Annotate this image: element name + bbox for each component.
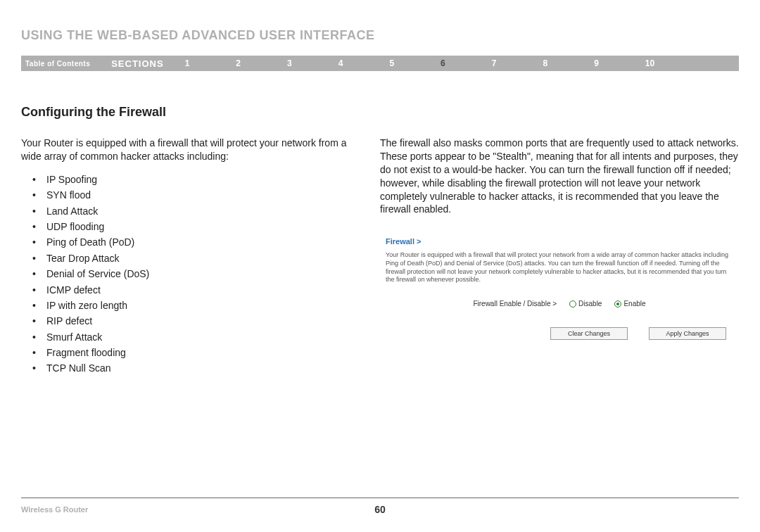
panel-buttons: Clear Changes Apply Changes — [386, 327, 733, 340]
list-item: Land Attack — [32, 203, 352, 219]
right-paragraph: The firewall also masks common ports tha… — [380, 137, 739, 216]
toggle-label: Firewall Enable / Disable > — [473, 300, 557, 308]
radio-icon — [614, 300, 621, 308]
nav-num-4[interactable]: 4 — [338, 58, 343, 68]
firewall-toggle-row: Firewall Enable / Disable > Disable Enab… — [386, 300, 733, 308]
nav-toc[interactable]: Table of Contents — [25, 60, 90, 68]
list-item: SYN flood — [32, 187, 352, 203]
list-item: Denial of Service (DoS) — [32, 266, 352, 281]
nav-num-5[interactable]: 5 — [389, 58, 394, 68]
list-item: Ping of Death (PoD) — [32, 234, 352, 250]
panel-title[interactable]: Firewall > — [386, 237, 733, 246]
column-left: Your Router is equipped with a firewall … — [21, 137, 352, 376]
nav-num-3[interactable]: 3 — [287, 58, 292, 68]
footer-product: Wireless G Router — [21, 505, 88, 514]
list-item: RIP defect — [32, 313, 352, 329]
page-number: 60 — [374, 504, 386, 515]
column-right: The firewall also masks common ports tha… — [380, 137, 739, 376]
list-item: TCP Null Scan — [32, 360, 352, 376]
list-item: Fragment flooding — [32, 345, 352, 360]
nav-numbers: 1 2 3 4 5 6 7 8 9 10 — [185, 58, 655, 68]
nav-num-2[interactable]: 2 — [236, 58, 241, 68]
attack-list: IP Spoofing SYN flood Land Attack UDP fl… — [21, 172, 352, 376]
page-title: USING THE WEB-BASED ADVANCED USER INTERF… — [21, 28, 739, 43]
section-heading: Configuring the Firewall — [21, 105, 739, 120]
list-item: UDP flooding — [32, 219, 352, 234]
enable-label: Enable — [623, 300, 645, 308]
page-footer: Wireless G Router 60 — [21, 498, 739, 514]
firewall-panel: Firewall > Your Router is equipped with … — [380, 237, 739, 340]
nav-sections-label: SECTIONS — [111, 58, 163, 69]
nav-num-6[interactable]: 6 — [441, 58, 445, 68]
clear-changes-button[interactable]: Clear Changes — [550, 327, 628, 340]
list-item: IP with zero length — [32, 298, 352, 313]
apply-changes-button[interactable]: Apply Changes — [649, 327, 726, 340]
panel-description: Your Router is equipped with a firewall … — [386, 251, 733, 284]
footer-divider — [21, 498, 739, 498]
intro-text: Your Router is equipped with a firewall … — [21, 137, 352, 163]
nav-bar: Table of Contents SECTIONS 1 2 3 4 5 6 7… — [21, 56, 739, 71]
nav-num-8[interactable]: 8 — [543, 58, 547, 68]
nav-num-7[interactable]: 7 — [492, 58, 497, 68]
disable-option[interactable]: Disable — [569, 300, 602, 308]
list-item: Smurf Attack — [32, 329, 352, 345]
nav-num-9[interactable]: 9 — [594, 58, 599, 68]
enable-option[interactable]: Enable — [614, 300, 645, 308]
nav-num-1[interactable]: 1 — [185, 58, 190, 68]
content-columns: Your Router is equipped with a firewall … — [21, 137, 739, 376]
radio-icon — [569, 300, 576, 308]
list-item: ICMP defect — [32, 282, 352, 298]
nav-num-10[interactable]: 10 — [645, 58, 654, 68]
list-item: IP Spoofing — [32, 172, 352, 187]
disable-label: Disable — [578, 300, 602, 308]
list-item: Tear Drop Attack — [32, 251, 352, 266]
